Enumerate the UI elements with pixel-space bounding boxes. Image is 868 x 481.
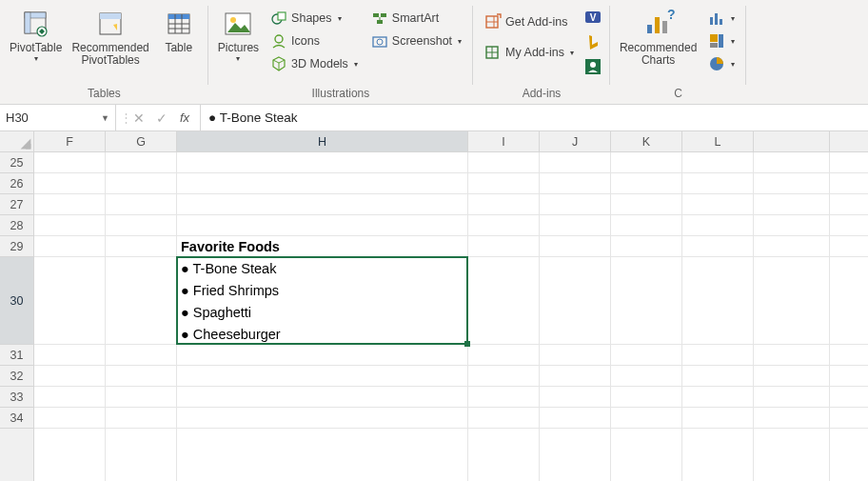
svg-rect-2	[25, 12, 30, 33]
recommended-pivottables-button[interactable]: Recommended PivotTables	[68, 4, 152, 67]
recommended-pivottables-icon	[94, 8, 127, 40]
pivottable-label: PivotTable	[10, 42, 62, 54]
recommended-charts-label-2: Charts	[641, 54, 675, 67]
3d-models-button[interactable]: 3D Models ▾	[266, 53, 362, 74]
screenshot-icon	[371, 32, 388, 50]
pivottable-button[interactable]: PivotTable▾	[6, 4, 66, 64]
svg-rect-33	[655, 17, 660, 33]
row-header[interactable]: 29	[0, 236, 33, 257]
cell-h30-line-2[interactable]: ● Fried Shrimps	[177, 279, 468, 301]
column-header[interactable]: H	[177, 131, 468, 151]
row-header[interactable]: 34	[0, 408, 33, 429]
dropdown-caret-icon: ▾	[354, 60, 358, 69]
svg-rect-7	[168, 14, 189, 19]
cancel-entry-button[interactable]: ✕	[128, 105, 150, 130]
ribbon-group-addins: Get Add-ins My Add-ins ▾ V Add-ins	[473, 0, 610, 104]
cell-h29[interactable]: Favorite Foods	[177, 236, 468, 257]
svg-rect-36	[710, 17, 713, 25]
addin-people-icon[interactable]	[583, 57, 602, 76]
insert-function-button[interactable]: fx	[173, 105, 196, 130]
dropdown-caret-icon: ▾	[731, 60, 735, 69]
dropdown-caret-icon: ▾	[731, 37, 735, 46]
group-label-charts: C	[616, 87, 740, 104]
icons-icon	[270, 32, 287, 50]
cell-reference-input[interactable]	[6, 110, 82, 125]
name-box[interactable]: ▼	[0, 105, 116, 130]
pictures-icon	[222, 8, 254, 40]
pictures-label: Pictures	[218, 42, 259, 54]
get-addins-icon	[484, 13, 502, 30]
formula-bar: ▼ ⋮ ✕ ✓ fx	[0, 105, 868, 131]
column-header[interactable]: K	[611, 131, 682, 151]
row-header[interactable]: 30	[0, 257, 33, 345]
pictures-button[interactable]: Pictures▾	[214, 4, 263, 64]
dropdown-caret-icon: ▾	[34, 55, 38, 64]
row-header[interactable]: 25	[0, 152, 33, 173]
cell-h30-line-1[interactable]: ● T-Bone Steak	[177, 257, 468, 279]
svg-rect-5	[100, 13, 121, 19]
column-header[interactable]	[754, 131, 830, 151]
spreadsheet-grid: FGHIJKL 25262728293031323334 Favorite Fo…	[0, 131, 868, 481]
check-icon: ✓	[156, 110, 168, 126]
group-label-addins: Add-ins	[479, 87, 604, 104]
formula-input[interactable]	[208, 110, 860, 125]
recommended-charts-button[interactable]: ? Recommended Charts	[616, 4, 700, 67]
svg-text:V: V	[590, 12, 597, 23]
select-all-corner[interactable]	[0, 131, 34, 152]
pivottable-icon	[20, 8, 52, 40]
cells-area[interactable]: Favorite Foods ● T-Bone Steak ● Fried Sh…	[34, 152, 868, 481]
svg-rect-41	[710, 43, 718, 48]
svg-rect-40	[719, 34, 723, 48]
shapes-label: Shapes	[291, 11, 331, 25]
shapes-button[interactable]: Shapes ▾	[266, 8, 362, 29]
chart-type-pie-button[interactable]: ▾	[704, 53, 739, 74]
chart-type-column-button[interactable]: ▾	[704, 8, 739, 29]
row-header[interactable]: 31	[0, 345, 33, 366]
get-addins-button[interactable]: Get Add-ins	[481, 11, 578, 32]
my-addins-button[interactable]: My Add-ins ▾	[481, 42, 578, 63]
ribbon: PivotTable▾ Recommended PivotTables Tabl…	[0, 0, 868, 105]
cell-h30-line-3[interactable]: ● Spaghetti	[177, 301, 468, 323]
svg-point-31	[590, 62, 596, 68]
row-header[interactable]: 33	[0, 387, 33, 408]
chart-pie-icon	[708, 55, 725, 72]
svg-text:?: ?	[667, 8, 675, 22]
group-label-tables: Tables	[6, 87, 203, 104]
dropdown-caret-icon[interactable]: ▼	[101, 113, 109, 123]
svg-point-13	[230, 17, 236, 23]
row-header[interactable]: 28	[0, 215, 33, 236]
svg-rect-39	[710, 34, 718, 42]
column-header[interactable]: J	[540, 131, 611, 151]
get-addins-label: Get Add-ins	[505, 15, 567, 29]
fx-icon: fx	[180, 110, 189, 125]
svg-rect-32	[647, 25, 652, 33]
row-header[interactable]: 32	[0, 366, 33, 387]
column-header[interactable]: G	[106, 131, 177, 151]
svg-rect-34	[662, 21, 667, 33]
svg-rect-18	[377, 20, 383, 24]
icons-button[interactable]: Icons	[266, 30, 362, 51]
dropdown-caret-icon: ▾	[731, 14, 735, 23]
addin-visio-icon[interactable]: V	[583, 8, 602, 27]
confirm-entry-button[interactable]: ✓	[150, 105, 173, 130]
svg-point-21	[377, 39, 383, 45]
cell-h30-line-4[interactable]: ● Cheeseburger	[177, 323, 468, 345]
ribbon-group-charts: ? Recommended Charts ▾ ▾ ▾ C	[610, 0, 746, 104]
screenshot-button[interactable]: Screenshot ▾	[367, 30, 465, 51]
row-headers: 25262728293031323334	[0, 152, 34, 481]
formula-input-wrap[interactable]	[201, 105, 868, 130]
my-addins-label: My Add-ins	[505, 46, 564, 59]
svg-rect-37	[715, 13, 718, 25]
svg-rect-15	[278, 12, 286, 20]
column-header[interactable]: F	[34, 131, 106, 151]
row-header[interactable]: 27	[0, 194, 33, 215]
screenshot-label: Screenshot	[392, 34, 452, 48]
smartart-button[interactable]: SmartArt	[367, 8, 465, 29]
column-header[interactable]: I	[468, 131, 540, 151]
addin-bing-icon[interactable]	[583, 32, 602, 51]
my-addins-icon	[484, 44, 502, 61]
table-button[interactable]: Table	[155, 4, 203, 54]
row-header[interactable]: 26	[0, 173, 33, 194]
chart-type-treemap-button[interactable]: ▾	[704, 30, 739, 51]
column-header[interactable]: L	[682, 131, 754, 151]
